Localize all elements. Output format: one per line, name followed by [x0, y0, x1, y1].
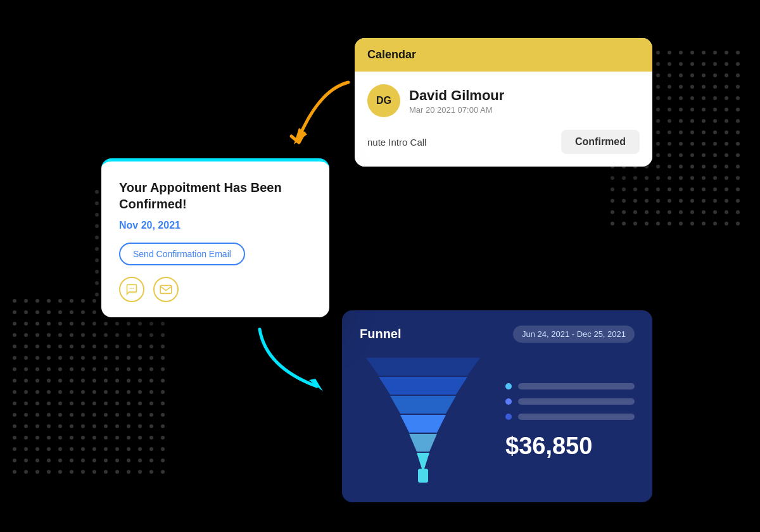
- funnel-card: Funnel Jun 24, 2021 - Dec 25, 2021: [342, 310, 652, 502]
- orange-arrow: [285, 76, 361, 158]
- appointment-card: Your Appoitment Has Been Confirmed! Nov …: [101, 158, 329, 317]
- appointment-icons: [119, 277, 312, 302]
- legend-bar-2: [518, 398, 635, 405]
- person-name: David Gilmour: [409, 87, 504, 104]
- chat-icon[interactable]: [119, 277, 144, 302]
- svg-marker-10: [409, 434, 437, 452]
- funnel-amount: $36,850: [505, 433, 635, 460]
- legend-item-2: [505, 398, 635, 405]
- funnel-date-range: Jun 24, 2021 - Dec 25, 2021: [513, 326, 635, 343]
- legend-dot-1: [505, 383, 512, 390]
- avatar: DG: [367, 84, 400, 117]
- appointment-title: Your Appoitment Has Been Confirmed!: [119, 179, 312, 212]
- appointment-date: Nov 20, 2021: [119, 220, 312, 231]
- calendar-call-row: nute Intro Call Confirmed: [367, 130, 640, 154]
- dot-grid-bottom-left: (function(){ const g = document.querySel…: [13, 299, 172, 481]
- funnel-visual: [360, 358, 486, 484]
- funnel-body: $36,850: [360, 358, 635, 484]
- calendar-card-header: Calendar: [355, 38, 652, 72]
- funnel-header: Funnel Jun 24, 2021 - Dec 25, 2021: [360, 326, 635, 343]
- funnel-right: $36,850: [505, 383, 635, 460]
- svg-rect-5: [160, 286, 172, 294]
- appointment-datetime: Mar 20 2021 07:00 AM: [409, 105, 504, 115]
- calendar-person-row: DG David Gilmour Mar 20 2021 07:00 AM: [367, 84, 640, 117]
- calendar-card-body: DG David Gilmour Mar 20 2021 07:00 AM nu…: [355, 72, 652, 167]
- legend-bar-1: [518, 383, 635, 390]
- svg-marker-8: [390, 396, 456, 414]
- svg-marker-11: [417, 453, 429, 469]
- svg-rect-12: [418, 469, 428, 483]
- email-icon[interactable]: [153, 277, 179, 302]
- funnel-title: Funnel: [360, 327, 402, 341]
- svg-marker-6: [366, 358, 480, 376]
- svg-marker-7: [379, 377, 467, 395]
- legend-dot-3: [505, 414, 512, 420]
- calendar-title: Calendar: [367, 48, 416, 61]
- call-label: nute Intro Call: [367, 137, 426, 148]
- legend-item-1: [505, 383, 635, 390]
- calendar-person-info: David Gilmour Mar 20 2021 07:00 AM: [409, 87, 504, 115]
- send-confirmation-button[interactable]: Send Confirmation Email: [119, 243, 245, 265]
- legend-item-3: [505, 414, 635, 420]
- legend-bar-3: [518, 414, 635, 420]
- cyan-arrow: [241, 317, 342, 405]
- calendar-card: Calendar DG David Gilmour Mar 20 2021 07…: [355, 38, 652, 167]
- funnel-legend: [505, 383, 635, 420]
- svg-marker-9: [400, 415, 446, 433]
- legend-dot-2: [505, 398, 512, 405]
- confirmed-badge: Confirmed: [561, 130, 640, 154]
